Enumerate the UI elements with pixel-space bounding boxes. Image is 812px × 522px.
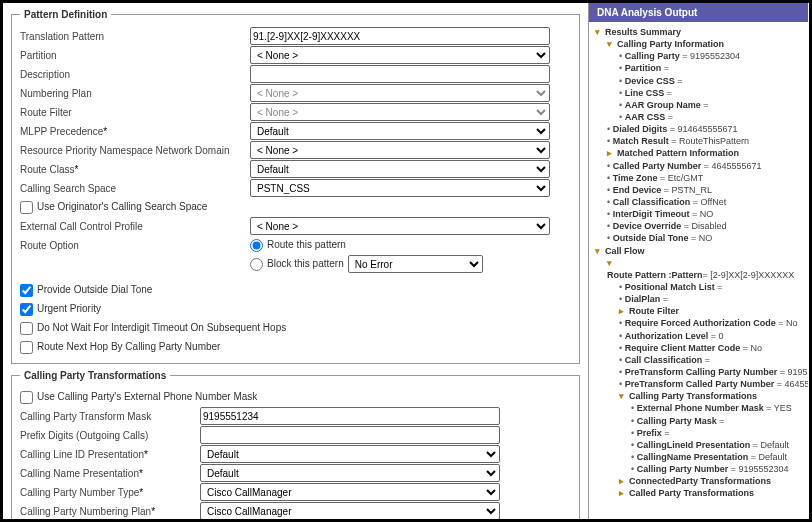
num-type-label: Calling Party Number Type xyxy=(20,487,200,498)
line-id-pres-select[interactable]: Default xyxy=(200,445,500,463)
chevron-down-icon[interactable]: ▾ xyxy=(607,38,617,50)
dna-panel-title: DNA Analysis Output xyxy=(589,3,808,22)
use-ext-mask-check[interactable] xyxy=(20,391,33,404)
numbering-plan-label: Numbering Plan xyxy=(20,88,250,99)
translation-pattern-input[interactable] xyxy=(250,27,550,45)
description-input[interactable] xyxy=(250,65,550,83)
transform-mask-label: Calling Party Transform Mask xyxy=(20,411,200,422)
route-next-hop-check[interactable] xyxy=(20,341,33,354)
rpn-domain-select[interactable]: < None > xyxy=(250,141,550,159)
prefix-digits-input[interactable] xyxy=(200,426,500,444)
block-this-pattern-radio-label[interactable]: Block this pattern xyxy=(250,258,344,271)
numbering-plan-select[interactable]: < None > xyxy=(250,84,550,102)
urgent-priority-check[interactable] xyxy=(20,303,33,316)
block-reason-select[interactable]: No Error xyxy=(348,255,483,273)
route-this-pattern-radio-label[interactable]: Route this pattern xyxy=(250,239,346,252)
name-pres-label: Calling Name Presentation xyxy=(20,468,200,479)
dna-tree: ▾Results Summary ▾Calling Party Informat… xyxy=(589,22,808,503)
chevron-right-icon[interactable]: ▸ xyxy=(619,475,629,487)
partition-label: Partition xyxy=(20,50,250,61)
chevron-down-icon[interactable]: ▾ xyxy=(595,26,605,38)
urgent-priority-check-label[interactable]: Urgent Priority xyxy=(20,303,101,316)
route-class-select[interactable]: Default xyxy=(250,160,550,178)
pattern-definition-legend: Pattern Definition xyxy=(20,9,111,20)
route-this-pattern-radio[interactable] xyxy=(250,239,263,252)
app-window: Pattern Definition Translation Pattern P… xyxy=(0,0,812,522)
use-ext-mask-check-label[interactable]: Use Calling Party's External Phone Numbe… xyxy=(20,391,257,404)
chevron-down-icon[interactable]: ▾ xyxy=(595,245,605,257)
line-id-pres-label: Calling Line ID Presentation xyxy=(20,449,200,460)
provide-dial-tone-check-label[interactable]: Provide Outside Dial Tone xyxy=(20,284,152,297)
rpn-domain-label: Resource Priority Namespace Network Doma… xyxy=(20,145,250,156)
route-filter-label: Route Filter xyxy=(20,107,250,118)
mlpp-select[interactable]: Default xyxy=(250,122,550,140)
chevron-down-icon[interactable]: ▾ xyxy=(607,257,617,269)
chevron-right-icon[interactable]: ▸ xyxy=(619,487,629,499)
name-pres-select[interactable]: Default xyxy=(200,464,500,482)
prefix-digits-label: Prefix Digits (Outgoing Calls) xyxy=(20,430,200,441)
partition-select[interactable]: < None > xyxy=(250,46,550,64)
calling-party-transform-legend: Calling Party Transformations xyxy=(20,370,170,381)
pattern-definition-group: Pattern Definition Translation Pattern P… xyxy=(11,9,580,364)
transform-mask-input[interactable] xyxy=(200,407,500,425)
num-type-select[interactable]: Cisco CallManager xyxy=(200,483,500,501)
use-originator-css-check[interactable] xyxy=(20,201,33,214)
chevron-down-icon[interactable]: ▾ xyxy=(619,390,629,402)
form-panel: Pattern Definition Translation Pattern P… xyxy=(3,3,588,519)
provide-dial-tone-check[interactable] xyxy=(20,284,33,297)
no-wait-interdigit-check[interactable] xyxy=(20,322,33,335)
no-wait-interdigit-check-label[interactable]: Do Not Wait For Interdigit Timeout On Su… xyxy=(20,322,286,335)
use-originator-css-check-label[interactable]: Use Originator's Calling Search Space xyxy=(20,201,207,214)
block-this-pattern-radio[interactable] xyxy=(250,258,263,271)
chevron-right-icon[interactable]: ▸ xyxy=(619,305,629,317)
css-label: Calling Search Space xyxy=(20,183,250,194)
ext-call-ctrl-label: External Call Control Profile xyxy=(20,221,250,232)
num-plan-label: Calling Party Numbering Plan xyxy=(20,506,200,517)
ext-call-ctrl-select[interactable]: < None > xyxy=(250,217,550,235)
route-option-label: Route Option xyxy=(20,240,250,251)
calling-party-transform-group: Calling Party Transformations Use Callin… xyxy=(11,370,580,519)
num-plan-select[interactable]: Cisco CallManager xyxy=(200,502,500,519)
chevron-right-icon[interactable]: ▸ xyxy=(607,147,617,159)
mlpp-label: MLPP Precedence xyxy=(20,126,250,137)
description-label: Description xyxy=(20,69,250,80)
css-select[interactable]: PSTN_CSS xyxy=(250,179,550,197)
route-next-hop-check-label[interactable]: Route Next Hop By Calling Party Number xyxy=(20,341,220,354)
route-filter-select[interactable]: < None > xyxy=(250,103,550,121)
dna-panel: DNA Analysis Output ▾Results Summary ▾Ca… xyxy=(588,3,808,519)
route-class-label: Route Class xyxy=(20,164,250,175)
translation-pattern-label: Translation Pattern xyxy=(20,31,250,42)
